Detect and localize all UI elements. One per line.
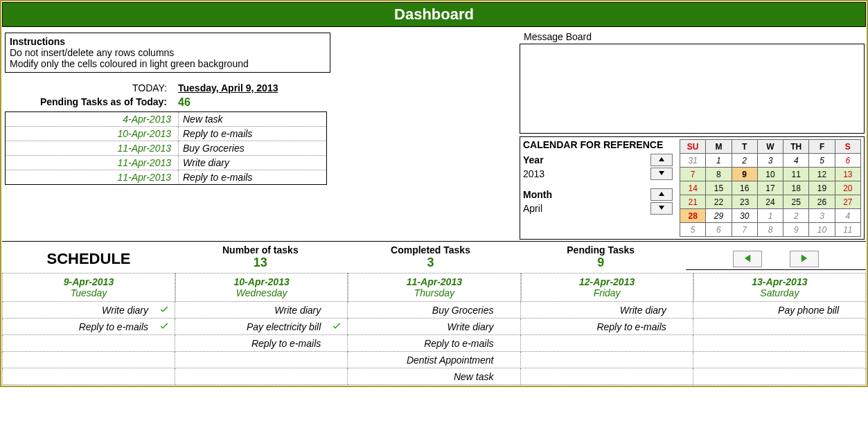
cal-day[interactable]: 25 [783, 195, 809, 209]
schedule-task-name [521, 375, 672, 378]
dashboard-title: Dashboard [2, 2, 866, 27]
schedule-task-name: Pay electricity bill [175, 320, 326, 334]
stat-completed-value: 3 [346, 256, 516, 270]
month-down-button[interactable] [650, 202, 673, 215]
schedule-task-cell[interactable]: Dentist Appointment [348, 352, 520, 368]
schedule-task-cell[interactable]: Buy Groceries [348, 302, 520, 319]
cal-day[interactable]: 3 [809, 209, 835, 223]
task-done-checkbox[interactable] [326, 320, 347, 333]
schedule-day-header: 13-Apr-2013Saturday [693, 273, 866, 302]
schedule-task-cell[interactable]: Write diary [2, 302, 175, 319]
schedule-task-cell[interactable] [693, 319, 866, 335]
cal-day[interactable]: 5 [809, 154, 835, 168]
cal-day[interactable]: 21 [680, 195, 706, 209]
schedule-task-cell[interactable] [2, 368, 175, 385]
cal-day[interactable]: 9 [732, 168, 757, 181]
cal-day[interactable]: 6 [706, 223, 732, 237]
cal-day[interactable]: 24 [757, 195, 783, 209]
schedule-task-cell[interactable]: Reply to e-mails [521, 319, 693, 335]
cal-day[interactable]: 16 [732, 181, 757, 195]
cal-day[interactable]: 23 [732, 195, 757, 209]
cal-header: T [732, 140, 757, 154]
cal-day[interactable]: 2 [783, 209, 809, 223]
schedule-task-cell[interactable]: Write diary [521, 302, 693, 319]
calendar-title: CALENDAR FOR REFERENCE [523, 139, 675, 150]
schedule-task-cell[interactable] [175, 368, 348, 385]
cal-day[interactable]: 2 [732, 154, 757, 168]
schedule-day-header: 12-Apr-2013Friday [521, 273, 693, 302]
next-week-button[interactable] [790, 251, 819, 267]
schedule-day-header: 9-Apr-2013Tuesday [2, 273, 175, 302]
cal-day[interactable]: 22 [706, 195, 732, 209]
cal-day[interactable]: 15 [706, 181, 732, 195]
triangle-down-icon [658, 204, 665, 213]
cal-day[interactable]: 7 [732, 223, 757, 237]
cal-day[interactable]: 31 [680, 154, 706, 168]
stat-pending-label: Pending Tasks [515, 244, 686, 256]
cal-day[interactable]: 11 [783, 168, 809, 181]
triangle-down-icon [658, 170, 665, 178]
cal-day[interactable]: 19 [809, 181, 835, 195]
cal-day[interactable]: 26 [809, 195, 835, 209]
cal-day[interactable]: 5 [680, 223, 706, 237]
schedule-task-cell[interactable] [693, 335, 866, 352]
cal-day[interactable]: 8 [757, 223, 783, 237]
schedule-task-cell[interactable]: Pay phone bill [693, 302, 866, 319]
cal-day[interactable]: 18 [783, 181, 809, 195]
cal-day[interactable]: 28 [680, 209, 706, 223]
cal-day[interactable]: 20 [835, 181, 860, 195]
cal-day[interactable]: 9 [783, 223, 809, 237]
schedule-task-cell[interactable] [521, 335, 693, 352]
schedule-task-cell[interactable]: Write diary [348, 319, 520, 335]
cal-day[interactable]: 30 [732, 209, 757, 223]
today-label: TODAY: [5, 82, 178, 93]
cal-day[interactable]: 13 [835, 168, 860, 181]
cal-day[interactable]: 7 [680, 168, 706, 181]
schedule-task-cell[interactable] [693, 368, 866, 385]
prev-week-button[interactable] [733, 251, 762, 267]
month-up-button[interactable] [650, 188, 673, 201]
cal-day[interactable]: 10 [757, 168, 783, 181]
year-down-button[interactable] [650, 168, 673, 180]
cal-day[interactable]: 10 [809, 223, 835, 237]
cal-day[interactable]: 6 [835, 154, 860, 168]
schedule-task-cell[interactable]: New task [348, 368, 520, 385]
cal-day[interactable]: 11 [835, 223, 860, 237]
cal-day[interactable]: 27 [835, 195, 860, 209]
stat-pending-value: 9 [515, 256, 686, 270]
year-up-button[interactable] [650, 154, 673, 166]
schedule-task-cell[interactable]: Reply to e-mails [348, 335, 520, 352]
month-value[interactable]: April [523, 203, 650, 214]
year-value[interactable]: 2013 [523, 168, 650, 179]
schedule-task-cell[interactable] [2, 352, 175, 368]
schedule-task-cell[interactable] [521, 368, 693, 385]
cal-day[interactable]: 4 [783, 154, 809, 168]
schedule-day-name: Saturday [694, 287, 865, 298]
schedule-task-cell[interactable] [693, 352, 866, 368]
schedule-task-cell[interactable]: Pay electricity bill [175, 319, 348, 335]
triangle-up-icon [658, 190, 665, 199]
cal-day[interactable]: 14 [680, 181, 706, 195]
cal-day[interactable]: 29 [706, 209, 732, 223]
schedule-task-cell[interactable]: Reply to e-mails [2, 319, 175, 335]
cal-day[interactable]: 4 [835, 209, 860, 223]
task-done-checkbox[interactable] [154, 303, 175, 316]
schedule-task-cell[interactable]: Reply to e-mails [175, 335, 348, 352]
schedule-task-cell[interactable]: Write diary [175, 302, 348, 319]
cal-day[interactable]: 12 [809, 168, 835, 181]
schedule-task-name [521, 342, 672, 345]
cal-day[interactable]: 1 [706, 154, 732, 168]
message-board[interactable] [520, 44, 865, 134]
cal-day[interactable]: 3 [757, 154, 783, 168]
schedule-task-cell[interactable] [521, 352, 693, 368]
pending-task-date: 10-Apr-2013 [6, 127, 179, 141]
schedule-task-cell[interactable] [2, 335, 175, 352]
cal-day[interactable]: 1 [757, 209, 783, 223]
schedule-task-cell[interactable] [175, 352, 348, 368]
task-done-checkbox[interactable] [154, 320, 175, 333]
cal-day[interactable]: 17 [757, 181, 783, 195]
schedule-task-name [693, 325, 844, 328]
pending-task-row: 11-Apr-2013Buy Groceries [6, 141, 326, 156]
cal-day[interactable]: 8 [706, 168, 732, 181]
schedule-title: SCHEDULE [2, 244, 175, 270]
